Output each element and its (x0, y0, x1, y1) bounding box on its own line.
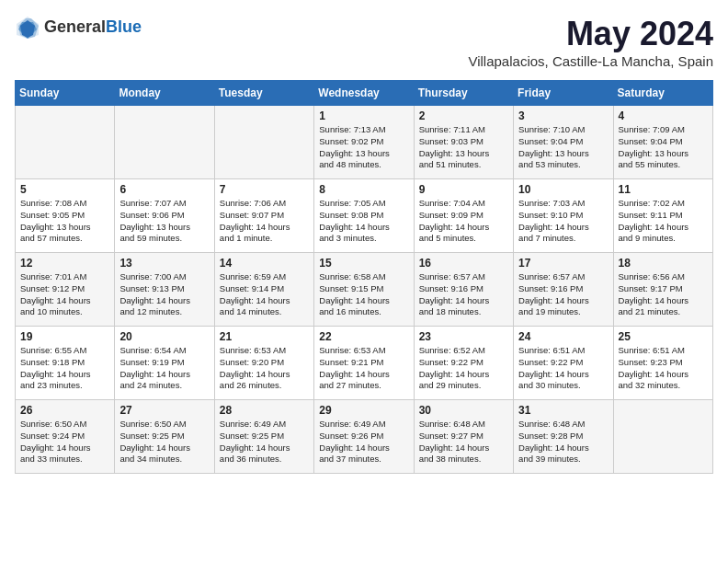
column-header-saturday: Saturday (613, 81, 712, 106)
cell-content: Sunrise: 6:48 AMSunset: 9:28 PMDaylight:… (518, 419, 608, 465)
cell-content: Sunrise: 6:52 AMSunset: 9:22 PMDaylight:… (419, 345, 508, 392)
day-number: 12 (20, 257, 109, 270)
title-block: May 2024 Villapalacios, Castille-La Manc… (468, 15, 713, 69)
month-title: May 2024 (468, 15, 713, 53)
calendar-cell (16, 106, 115, 179)
cell-content: Sunrise: 6:55 AMSunset: 9:18 PMDaylight:… (20, 345, 109, 392)
calendar-cell: 8Sunrise: 7:05 AMSunset: 9:08 PMDaylight… (314, 179, 414, 253)
day-number: 20 (119, 330, 209, 343)
day-number: 22 (319, 330, 408, 343)
calendar-cell: 12Sunrise: 7:01 AMSunset: 9:12 PMDayligh… (16, 253, 115, 327)
calendar-cell: 17Sunrise: 6:57 AMSunset: 9:16 PMDayligh… (514, 253, 613, 327)
calendar-cell: 28Sunrise: 6:49 AMSunset: 9:25 PMDayligh… (214, 400, 313, 474)
cell-content: Sunrise: 6:53 AMSunset: 9:20 PMDaylight:… (220, 345, 309, 392)
day-number: 13 (119, 257, 209, 270)
calendar-cell: 25Sunrise: 6:51 AMSunset: 9:23 PMDayligh… (613, 327, 712, 400)
cell-content: Sunrise: 7:07 AMSunset: 9:06 PMDaylight:… (119, 198, 209, 245)
cell-content: Sunrise: 7:05 AMSunset: 9:08 PMDaylight:… (319, 198, 408, 245)
calendar-cell: 31Sunrise: 6:48 AMSunset: 9:28 PMDayligh… (514, 400, 613, 474)
calendar-cell: 3Sunrise: 7:10 AMSunset: 9:04 PMDaylight… (514, 106, 613, 179)
calendar-cell (214, 106, 313, 179)
day-number: 8 (319, 183, 408, 196)
calendar-cell: 21Sunrise: 6:53 AMSunset: 9:20 PMDayligh… (214, 327, 313, 400)
logo-text: GeneralBlue (44, 18, 142, 37)
cell-content: Sunrise: 6:54 AMSunset: 9:19 PMDaylight:… (119, 345, 209, 392)
cell-content: Sunrise: 6:51 AMSunset: 9:23 PMDaylight:… (619, 345, 708, 392)
cell-content: Sunrise: 7:01 AMSunset: 9:12 PMDaylight:… (20, 271, 109, 318)
cell-content: Sunrise: 7:13 AMSunset: 9:02 PMDaylight:… (319, 124, 408, 171)
column-header-friday: Friday (514, 81, 613, 106)
cell-content: Sunrise: 6:57 AMSunset: 9:16 PMDaylight:… (419, 271, 508, 318)
day-number: 4 (619, 109, 708, 122)
day-number: 19 (20, 330, 109, 343)
day-number: 16 (419, 257, 508, 270)
calendar-week-row: 19Sunrise: 6:55 AMSunset: 9:18 PMDayligh… (16, 327, 713, 400)
calendar-cell: 6Sunrise: 7:07 AMSunset: 9:06 PMDaylight… (115, 179, 214, 253)
cell-content: Sunrise: 6:50 AMSunset: 9:25 PMDaylight:… (119, 419, 209, 465)
cell-content: Sunrise: 6:49 AMSunset: 9:26 PMDaylight:… (319, 419, 408, 465)
calendar-week-row: 12Sunrise: 7:01 AMSunset: 9:12 PMDayligh… (16, 253, 713, 327)
day-number: 18 (619, 257, 708, 270)
cell-content: Sunrise: 6:57 AMSunset: 9:16 PMDaylight:… (518, 271, 608, 318)
day-number: 26 (20, 404, 109, 417)
calendar-cell: 29Sunrise: 6:49 AMSunset: 9:26 PMDayligh… (314, 400, 414, 474)
column-header-wednesday: Wednesday (314, 81, 414, 106)
cell-content: Sunrise: 7:06 AMSunset: 9:07 PMDaylight:… (220, 198, 309, 245)
day-number: 2 (419, 109, 508, 122)
day-number: 28 (220, 404, 309, 417)
day-number: 5 (20, 183, 109, 196)
calendar-cell: 7Sunrise: 7:06 AMSunset: 9:07 PMDaylight… (214, 179, 313, 253)
cell-content: Sunrise: 7:03 AMSunset: 9:10 PMDaylight:… (518, 198, 608, 245)
day-number: 10 (518, 183, 608, 196)
cell-content: Sunrise: 6:58 AMSunset: 9:15 PMDaylight:… (319, 271, 408, 318)
cell-content: Sunrise: 6:56 AMSunset: 9:17 PMDaylight:… (619, 271, 708, 318)
cell-content: Sunrise: 6:53 AMSunset: 9:21 PMDaylight:… (319, 345, 408, 392)
logo-blue: Blue (106, 17, 142, 36)
calendar-cell: 15Sunrise: 6:58 AMSunset: 9:15 PMDayligh… (314, 253, 414, 327)
cell-content: Sunrise: 7:04 AMSunset: 9:09 PMDaylight:… (419, 198, 508, 245)
calendar-cell: 27Sunrise: 6:50 AMSunset: 9:25 PMDayligh… (115, 400, 214, 474)
day-number: 27 (119, 404, 209, 417)
calendar-cell: 9Sunrise: 7:04 AMSunset: 9:09 PMDaylight… (414, 179, 513, 253)
day-number: 3 (518, 109, 608, 122)
day-number: 14 (220, 257, 309, 270)
calendar-cell: 30Sunrise: 6:48 AMSunset: 9:27 PMDayligh… (414, 400, 513, 474)
day-number: 9 (419, 183, 508, 196)
calendar-header-row: SundayMondayTuesdayWednesdayThursdayFrid… (16, 81, 713, 106)
day-number: 6 (119, 183, 209, 196)
day-number: 25 (619, 330, 708, 343)
cell-content: Sunrise: 6:49 AMSunset: 9:25 PMDaylight:… (220, 419, 309, 465)
cell-content: Sunrise: 6:48 AMSunset: 9:27 PMDaylight:… (419, 419, 508, 465)
cell-content: Sunrise: 7:09 AMSunset: 9:04 PMDaylight:… (619, 124, 708, 171)
calendar-cell: 1Sunrise: 7:13 AMSunset: 9:02 PMDaylight… (314, 106, 414, 179)
calendar-cell: 19Sunrise: 6:55 AMSunset: 9:18 PMDayligh… (16, 327, 115, 400)
calendar-cell: 23Sunrise: 6:52 AMSunset: 9:22 PMDayligh… (414, 327, 513, 400)
cell-content: Sunrise: 7:11 AMSunset: 9:03 PMDaylight:… (419, 124, 508, 171)
day-number: 1 (319, 109, 408, 122)
calendar-cell: 26Sunrise: 6:50 AMSunset: 9:24 PMDayligh… (16, 400, 115, 474)
calendar-cell: 10Sunrise: 7:03 AMSunset: 9:10 PMDayligh… (514, 179, 613, 253)
logo: GeneralBlue (15, 15, 142, 40)
cell-content: Sunrise: 6:51 AMSunset: 9:22 PMDaylight:… (518, 345, 608, 392)
cell-content: Sunrise: 7:00 AMSunset: 9:13 PMDaylight:… (119, 271, 209, 318)
cell-content: Sunrise: 6:59 AMSunset: 9:14 PMDaylight:… (220, 271, 309, 318)
calendar-table: SundayMondayTuesdayWednesdayThursdayFrid… (15, 80, 713, 474)
day-number: 21 (220, 330, 309, 343)
cell-content: Sunrise: 6:50 AMSunset: 9:24 PMDaylight:… (20, 419, 109, 465)
calendar-cell: 14Sunrise: 6:59 AMSunset: 9:14 PMDayligh… (214, 253, 313, 327)
calendar-week-row: 26Sunrise: 6:50 AMSunset: 9:24 PMDayligh… (16, 400, 713, 474)
day-number: 30 (419, 404, 508, 417)
calendar-cell: 16Sunrise: 6:57 AMSunset: 9:16 PMDayligh… (414, 253, 513, 327)
day-number: 17 (518, 257, 608, 270)
calendar-cell: 4Sunrise: 7:09 AMSunset: 9:04 PMDaylight… (613, 106, 712, 179)
calendar-cell: 20Sunrise: 6:54 AMSunset: 9:19 PMDayligh… (115, 327, 214, 400)
column-header-thursday: Thursday (414, 81, 513, 106)
calendar-week-row: 5Sunrise: 7:08 AMSunset: 9:05 PMDaylight… (16, 179, 713, 253)
calendar-cell: 11Sunrise: 7:02 AMSunset: 9:11 PMDayligh… (613, 179, 712, 253)
day-number: 23 (419, 330, 508, 343)
calendar-cell: 18Sunrise: 6:56 AMSunset: 9:17 PMDayligh… (613, 253, 712, 327)
logo-general: General (44, 17, 106, 36)
page-header: GeneralBlue May 2024 Villapalacios, Cast… (15, 15, 713, 69)
calendar-cell (115, 106, 214, 179)
cell-content: Sunrise: 7:02 AMSunset: 9:11 PMDaylight:… (619, 198, 708, 245)
